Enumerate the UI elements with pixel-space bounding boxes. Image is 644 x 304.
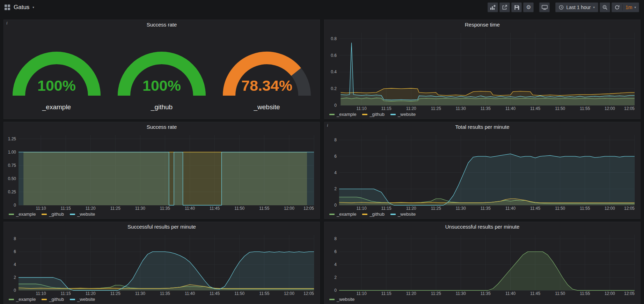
svg-text:11:30: 11:30 [456,206,466,211]
legend-item-_website[interactable]: _website [390,212,416,217]
svg-text:11:15: 11:15 [381,106,391,111]
gauge-label: _github [151,103,173,111]
panel-title[interactable]: Success rate [147,124,177,130]
svg-text:0.6: 0.6 [331,53,337,58]
share-dashboard-button[interactable] [499,2,510,12]
refresh-button[interactable]: 1m ▾ [612,2,639,12]
legend-swatch [329,299,335,300]
panel-title[interactable]: Response time [465,22,500,28]
save-icon [514,5,519,10]
legend-swatch [9,214,14,215]
legend-item-_github[interactable]: _github [42,297,64,302]
svg-text:11:40: 11:40 [185,291,195,296]
svg-text:11:25: 11:25 [431,206,441,211]
panel-header: Success rate [4,122,320,132]
svg-text:2: 2 [14,275,16,280]
total-results-graph[interactable]: 0246811:1011:1511:2011:2511:3011:3511:40… [324,132,640,211]
legend-label: _website [77,212,95,217]
legend-item-_example[interactable]: _example [329,112,356,117]
panel-response-time: Response time 00.20.40.60.811:1011:1511:… [324,20,641,119]
svg-text:11:15: 11:15 [381,206,391,211]
legend-swatch [390,214,396,215]
svg-text:11:35: 11:35 [481,106,491,111]
legend-item-_website[interactable]: _website [390,112,416,117]
panel-title[interactable]: Success rate [147,22,177,28]
svg-text:11:45: 11:45 [530,206,540,211]
svg-text:11:35: 11:35 [481,291,491,296]
legend-item-_github[interactable]: _github [42,212,64,217]
svg-text:12:00: 12:00 [605,291,615,296]
save-dashboard-button[interactable] [511,2,522,12]
chart-legend: _example_github_website [324,211,640,218]
svg-text:100%: 100% [37,77,76,94]
svg-text:0: 0 [14,203,16,208]
panel-header: Successful results per minute [4,222,320,231]
svg-text:11:10: 11:10 [36,206,46,211]
add-panel-button[interactable] [488,2,498,12]
panel-info-icon[interactable]: i [6,20,8,26]
svg-text:12:05: 12:05 [303,206,314,211]
svg-text:11:20: 11:20 [86,206,96,211]
panel-title[interactable]: Unsuccessful results per minute [445,224,520,230]
legend-swatch [362,214,367,215]
legend-item-_example[interactable]: _example [9,212,36,217]
time-range-picker[interactable]: Last 1 hour ▾ [555,2,598,12]
tv-icon [542,5,548,10]
panel-title[interactable]: Total results per minute [455,124,509,130]
legend-item-_github[interactable]: _github [362,112,385,117]
svg-text:1.00: 1.00 [8,150,16,155]
svg-text:11:10: 11:10 [356,106,366,111]
response-time-graph[interactable]: 00.20.40.60.811:1011:1511:2011:2511:3011… [324,29,640,111]
svg-text:2: 2 [334,186,337,191]
svg-text:11:50: 11:50 [555,206,565,211]
gauge-label: _website [254,103,280,111]
legend-item-_website[interactable]: _website [70,297,95,302]
gauge-_website: 78.34%_website [214,37,319,111]
svg-text:12:05: 12:05 [624,106,635,111]
legend-item-_github[interactable]: _github [362,212,385,217]
legend-item-_example[interactable]: _example [329,212,356,217]
legend-swatch [329,114,335,115]
panel-success-rate-gauges: i Success rate 100%_example100%_github78… [3,20,320,119]
dashboard-settings-button[interactable]: ⚙ [523,2,534,12]
svg-text:0.2: 0.2 [331,86,337,91]
legend-swatch [329,214,335,215]
svg-text:4: 4 [334,262,337,267]
success-rate-graph[interactable]: 00.250.500.751.001.2511:1011:1511:2011:2… [4,132,320,211]
clock-icon [559,5,564,10]
svg-text:8: 8 [14,236,16,241]
svg-text:0.4: 0.4 [331,69,337,74]
zoom-out-button[interactable] [600,2,610,12]
apps-grid-icon[interactable] [4,4,10,10]
svg-text:11:40: 11:40 [505,106,515,111]
divider [622,4,623,10]
share-icon [502,5,507,10]
panel-success-rate-graph: Success rate 00.250.500.751.001.2511:101… [3,122,320,219]
legend-label: _github [49,297,64,302]
cycle-view-mode-button[interactable] [539,2,550,12]
successful-results-graph[interactable]: 0246811:1011:1511:2011:2511:3011:3511:40… [4,231,320,296]
dashboard-caret-icon[interactable]: ▾ [32,6,34,9]
navbar-actions: ⚙ Last 1 hour ▾ 1m ▾ [488,2,639,12]
dashboard-title[interactable]: Gatus [14,4,29,11]
panel-info-icon[interactable]: i [327,123,328,128]
gear-icon: ⚙ [526,5,531,10]
svg-text:11:55: 11:55 [259,291,269,296]
time-range-label: Last 1 hour [566,5,591,10]
panel-unsuccessful-results: Unsuccessful results per minute 0246811:… [324,222,641,304]
svg-text:12:00: 12:00 [605,206,615,211]
panel-total-results: i Total results per minute 0246811:1011:… [324,122,641,219]
svg-text:12:00: 12:00 [284,291,294,296]
unsuccessful-results-graph[interactable]: 0246811:1011:1511:2011:2511:3011:3511:40… [324,231,640,296]
svg-text:11:40: 11:40 [505,291,515,296]
legend-swatch [70,214,75,215]
legend-item-_website[interactable]: _website [329,297,354,302]
legend-item-_example[interactable]: _example [9,297,36,302]
panel-title[interactable]: Successful results per minute [127,224,196,230]
svg-text:11:10: 11:10 [36,291,46,296]
svg-text:11:55: 11:55 [580,106,590,111]
svg-text:12:05: 12:05 [624,206,635,211]
svg-text:11:25: 11:25 [431,106,441,111]
svg-text:0.75: 0.75 [8,163,16,168]
legend-item-_website[interactable]: _website [70,212,95,217]
